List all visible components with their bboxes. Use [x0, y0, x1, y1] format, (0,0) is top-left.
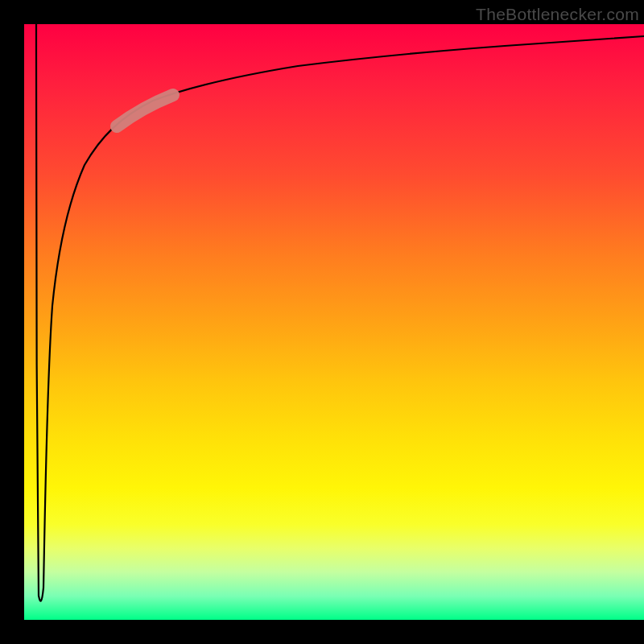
watermark-text: TheBottlenecker.com	[476, 5, 639, 24]
plot-area	[24, 24, 644, 620]
chart-container: TheBottlenecker.com	[0, 0, 644, 644]
curve-svg	[24, 24, 644, 620]
highlight-segment	[117, 95, 173, 126]
bottleneck-curve	[36, 24, 644, 601]
